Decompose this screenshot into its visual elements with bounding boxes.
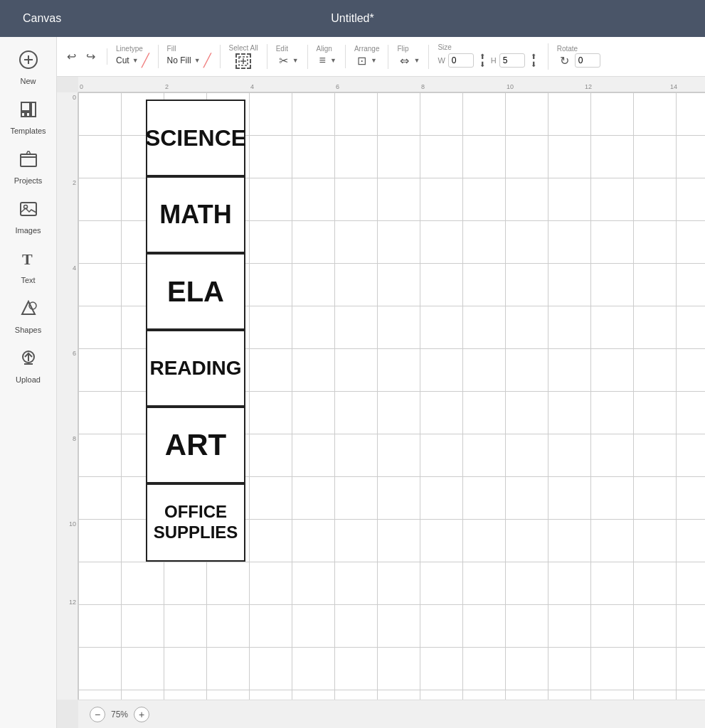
flip-dropdown-arrow[interactable]: ▼: [413, 57, 420, 64]
ruler-horizontal: 0 2 4 6 8 10 12 14: [78, 77, 705, 92]
sidebar-item-text[interactable]: T Text: [0, 242, 56, 291]
sidebar-text-label: Text: [21, 276, 35, 284]
ruler-v-tick-12: 12: [69, 599, 76, 606]
align-label: Align: [317, 45, 336, 53]
sidebar-item-projects[interactable]: Projects: [0, 142, 56, 192]
edit-section: Edit ✂ ▼: [276, 45, 299, 69]
arrange-button[interactable]: ⊡: [354, 53, 369, 69]
ruler-h-tick-14: 14: [670, 83, 677, 90]
fill-dropdown-arrow[interactable]: ▼: [194, 57, 201, 64]
templates-icon: [18, 100, 38, 124]
linetype-value: Cut: [116, 55, 129, 65]
sidebar-item-templates[interactable]: Templates: [0, 92, 56, 142]
shapes-icon: [18, 299, 38, 323]
card-ela[interactable]: ELA: [146, 253, 245, 330]
svg-rect-5: [26, 112, 30, 117]
upload-icon: [18, 348, 38, 373]
fill-value: No Fill: [167, 55, 191, 65]
edit-dropdown-arrow[interactable]: ▼: [292, 57, 299, 64]
text-icon: T: [18, 249, 38, 273]
canvas-area[interactable]: 0 2 4 6 8 10 12 14 0 2 4 6 8 1: [57, 77, 705, 728]
sidebar-item-upload[interactable]: Upload: [0, 341, 56, 391]
size-w-input[interactable]: [448, 53, 474, 68]
card-office-supplies-line1: OFFICE: [164, 502, 227, 523]
undo-button[interactable]: ↩: [64, 48, 79, 65]
sidebar-upload-label: Upload: [16, 375, 41, 384]
ruler-h-tick-12: 12: [585, 83, 592, 90]
edit-button[interactable]: ✂: [276, 53, 291, 69]
fill-label: Fill: [167, 45, 211, 53]
ruler-h-tick-2: 2: [165, 83, 169, 90]
align-section: Align ≡ ▼: [317, 45, 336, 68]
fill-group: Fill No Fill ▼ ╱: [167, 45, 221, 68]
align-dropdown-arrow[interactable]: ▼: [330, 57, 336, 64]
arrange-group: Arrange ⊡ ▼: [354, 45, 389, 69]
zoom-level: 75%: [111, 710, 128, 719]
size-group: Size W ⬆⬇ H ⬆⬇: [438, 43, 548, 70]
svg-text:T: T: [22, 250, 33, 268]
ruler-h-tick-8: 8: [421, 83, 425, 90]
main-layout: New Templates Pro: [0, 37, 705, 728]
sidebar-item-new[interactable]: New: [0, 43, 56, 92]
linetype-section: Linetype Cut ▼ ╱: [116, 45, 149, 68]
document-title: Untitled*: [331, 12, 373, 25]
size-w-stepper[interactable]: ⬆⬇: [477, 51, 488, 70]
zoom-increase-button[interactable]: +: [134, 707, 149, 722]
projects-icon: [18, 149, 38, 173]
card-math[interactable]: MATH: [146, 176, 245, 253]
canvas-content: SCIENCE MATH ELA READING ART OFFICE SUPP…: [78, 92, 705, 700]
ruler-v-tick-8: 8: [73, 435, 76, 442]
card-art[interactable]: ART: [146, 407, 245, 483]
rotate-input[interactable]: [575, 53, 600, 68]
fill-section: Fill No Fill ▼ ╱: [167, 45, 211, 68]
svg-rect-8: [21, 203, 36, 215]
ruler-v-tick-2: 2: [73, 179, 76, 186]
new-icon: [18, 50, 38, 74]
size-h-label: H: [491, 56, 497, 65]
card-science[interactable]: SCIENCE: [146, 100, 245, 176]
flip-label: Flip: [397, 45, 420, 53]
card-office-supplies[interactable]: OFFICE SUPPLIES: [146, 483, 245, 562]
sidebar-item-images[interactable]: Images: [0, 192, 56, 242]
ruler-v-tick-10: 10: [69, 520, 76, 528]
size-h-stepper[interactable]: ⬆⬇: [528, 51, 539, 70]
arrange-dropdown-arrow[interactable]: ▼: [371, 57, 377, 64]
card-reading[interactable]: READING: [146, 330, 245, 407]
ruler-h-tick-6: 6: [336, 83, 339, 90]
linetype-group: Linetype Cut ▼ ╱: [116, 45, 159, 68]
size-w-label: W: [438, 56, 445, 65]
images-icon: [18, 199, 38, 223]
size-h-input[interactable]: [499, 53, 525, 68]
svg-rect-3: [21, 102, 30, 111]
select-all-box[interactable]: [235, 53, 251, 69]
flip-section: Flip ⇔ ▼: [397, 45, 420, 69]
zoom-decrease-button[interactable]: −: [90, 707, 105, 722]
ruler-h-tick-0: 0: [80, 83, 83, 90]
topbar: Canvas Untitled*: [0, 0, 705, 37]
select-all-section[interactable]: Select All: [229, 44, 258, 69]
sidebar-item-shapes[interactable]: Shapes: [0, 291, 56, 341]
sidebar-projects-label: Projects: [14, 176, 43, 185]
flip-button[interactable]: ⇔: [397, 53, 412, 69]
svg-rect-4: [21, 112, 25, 117]
rotate-section: Rotate ↻: [557, 45, 600, 69]
redo-button[interactable]: ↪: [83, 48, 98, 65]
ruler-h-tick-10: 10: [507, 83, 514, 90]
zoom-bar: − 75% +: [78, 700, 705, 728]
rotate-group: Rotate ↻: [557, 45, 609, 69]
linetype-dropdown-arrow[interactable]: ▼: [132, 57, 139, 64]
rotate-label: Rotate: [557, 45, 600, 53]
app-title: Canvas: [23, 12, 61, 25]
ruler-vertical: 0 2 4 6 8 10 12: [57, 92, 78, 700]
sidebar: New Templates Pro: [0, 37, 57, 728]
edit-label: Edit: [276, 45, 299, 53]
size-label: Size: [438, 43, 539, 51]
undo-redo-group: ↩ ↪: [64, 48, 107, 65]
rotate-button[interactable]: ↻: [557, 53, 572, 69]
select-all-label: Select All: [229, 44, 258, 52]
sidebar-shapes-label: Shapes: [15, 326, 41, 334]
toolbar: ↩ ↪ Linetype Cut ▼ ╱ Fill: [57, 37, 705, 77]
flip-group: Flip ⇔ ▼: [397, 45, 429, 69]
align-button[interactable]: ≡: [317, 53, 329, 68]
arrange-label: Arrange: [354, 45, 380, 53]
